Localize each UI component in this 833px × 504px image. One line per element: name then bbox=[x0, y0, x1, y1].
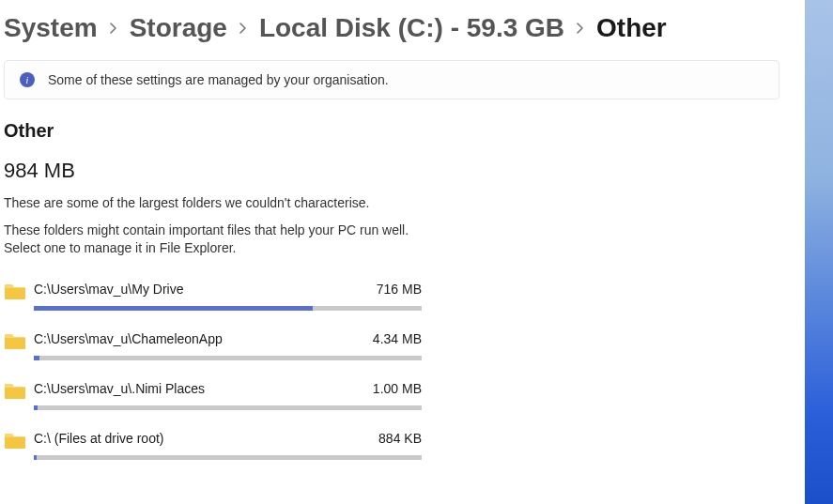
breadcrumb-current: Other bbox=[596, 13, 667, 43]
folder-size: 716 MB bbox=[377, 282, 422, 297]
chevron-right-icon bbox=[576, 22, 585, 35]
usage-bar-fill bbox=[34, 306, 313, 311]
banner-text: Some of these settings are managed by yo… bbox=[48, 72, 389, 87]
folder-item[interactable]: C:\Users\mav_u\My Drive 716 MB bbox=[4, 274, 422, 324]
folder-path: C:\Users\mav_u\ChameleonApp bbox=[34, 331, 223, 346]
chevron-right-icon bbox=[239, 22, 248, 35]
folder-item[interactable]: C:\ (Files at drive root) 884 KB bbox=[4, 423, 422, 473]
desc-line: These are some of the largest folders we… bbox=[4, 194, 801, 212]
desc-line: These folders might contain important fi… bbox=[4, 221, 801, 257]
usage-bar bbox=[34, 306, 422, 311]
folder-icon bbox=[4, 282, 26, 300]
folder-path: C:\Users\mav_u\My Drive bbox=[34, 282, 183, 297]
usage-bar bbox=[34, 455, 422, 460]
folder-list: C:\Users\mav_u\My Drive 716 MB C:\Users\… bbox=[4, 274, 422, 473]
folder-item[interactable]: C:\Users\mav_u\ChameleonApp 4.34 MB bbox=[4, 324, 422, 374]
usage-bar-fill bbox=[34, 455, 37, 460]
folder-icon bbox=[4, 381, 26, 400]
folder-icon bbox=[4, 431, 26, 450]
breadcrumb: System Storage Local Disk (C:) - 59.3 GB… bbox=[4, 0, 801, 60]
folder-size: 884 KB bbox=[378, 431, 422, 446]
usage-bar-fill bbox=[34, 405, 38, 410]
usage-bar bbox=[34, 405, 422, 410]
breadcrumb-disk[interactable]: Local Disk (C:) - 59.3 GB bbox=[259, 13, 564, 43]
section-title: Other bbox=[4, 120, 801, 142]
breadcrumb-system[interactable]: System bbox=[4, 13, 98, 43]
folder-icon bbox=[4, 331, 26, 350]
managed-by-org-banner: i Some of these settings are managed by … bbox=[4, 60, 779, 99]
description: These are some of the largest folders we… bbox=[4, 194, 801, 257]
folder-path: C:\ (Files at drive root) bbox=[34, 431, 163, 446]
breadcrumb-storage[interactable]: Storage bbox=[130, 13, 227, 43]
info-icon: i bbox=[20, 72, 35, 87]
folder-path: C:\Users\mav_u\.Nimi Places bbox=[34, 381, 205, 396]
usage-bar-fill bbox=[34, 356, 39, 360]
desktop-wallpaper-edge bbox=[805, 0, 833, 504]
folder-item[interactable]: C:\Users\mav_u\.Nimi Places 1.00 MB bbox=[4, 374, 422, 423]
folder-size: 4.34 MB bbox=[373, 331, 422, 346]
total-size: 984 MB bbox=[4, 159, 801, 183]
chevron-right-icon bbox=[109, 22, 118, 35]
usage-bar bbox=[34, 356, 422, 360]
folder-size: 1.00 MB bbox=[373, 381, 422, 396]
